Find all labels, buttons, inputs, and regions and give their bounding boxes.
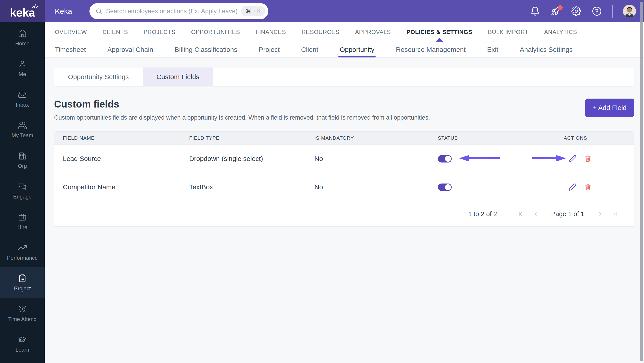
tab-opportunity-settings[interactable]: Opportunity Settings [54, 67, 143, 86]
sub-nav-project[interactable]: Project [259, 42, 280, 57]
module-nav-resources[interactable]: RESOURCES [302, 22, 340, 41]
sidebar-item-org[interactable]: Org [0, 145, 45, 175]
previous-page-icon[interactable] [532, 211, 539, 217]
sub-nav: Timesheet Approval Chain Billing Classif… [45, 42, 644, 58]
page-description: Custom opportunities fields are displaye… [54, 114, 430, 121]
sub-nav-timesheet[interactable]: Timesheet [55, 42, 86, 57]
sidebar-item-time-attend[interactable]: Time Attend [0, 298, 45, 329]
user-icon [18, 59, 27, 68]
toggle-knob [445, 156, 451, 162]
keka-logo[interactable]: keka [0, 0, 45, 22]
graduation-cap-icon [18, 335, 27, 344]
column-field-type: FIELD TYPE [189, 135, 314, 141]
table-header: FIELD NAME FIELD TYPE IS MANDATORY STATU… [54, 132, 634, 144]
tab-custom-fields[interactable]: Custom Fields [143, 67, 213, 86]
module-nav: OVERVIEW CLIENTS PROJECTS OPPORTUNITIES … [45, 22, 644, 42]
module-nav-clients[interactable]: CLIENTS [103, 22, 128, 41]
last-page-icon[interactable] [612, 211, 618, 217]
search-shortcut-badge: ⌘ + K [241, 6, 265, 16]
first-page-icon[interactable] [517, 211, 524, 217]
top-bar-actions [530, 0, 636, 22]
scrollbar[interactable] [640, 2, 643, 361]
add-field-button[interactable]: + Add Field [585, 99, 634, 117]
field-type-cell: TextBox [189, 183, 314, 191]
column-actions: ACTIONS [564, 135, 634, 141]
search-input[interactable] [106, 7, 241, 15]
global-search[interactable]: ⌘ + K [90, 3, 268, 19]
sub-nav-exit[interactable]: Exit [487, 42, 498, 57]
sidebar-item-inbox[interactable]: Inbox [0, 84, 45, 114]
notifications-bell-icon[interactable] [530, 6, 540, 16]
pagination-page-label: Page 1 of 1 [551, 210, 584, 218]
module-nav-finances[interactable]: FINANCES [256, 22, 286, 41]
module-nav-bulk-import[interactable]: BULK IMPORT [488, 22, 528, 41]
sub-nav-analytics-settings[interactable]: Analytics Settings [520, 42, 573, 57]
clipboard-list-icon [18, 274, 27, 283]
alarm-clock-icon [18, 305, 27, 313]
sidebar-item-project[interactable]: Project [0, 267, 45, 298]
search-icon [95, 7, 102, 15]
field-type-cell: Dropdown (single select) [189, 155, 314, 162]
delete-trash-icon[interactable] [584, 155, 592, 162]
toggle-knob [445, 184, 451, 190]
sidebar-item-me[interactable]: Me [0, 53, 45, 84]
is-mandatory-cell: No [314, 155, 438, 162]
next-page-icon[interactable] [597, 211, 603, 217]
sub-nav-client[interactable]: Client [301, 42, 318, 57]
briefcase-icon [18, 213, 27, 222]
sidebar-item-learn[interactable]: Learn [0, 329, 45, 359]
sidebar-item-engage[interactable]: Engage [0, 175, 45, 206]
active-module-caret [436, 38, 443, 41]
settings-gear-icon[interactable] [571, 6, 582, 16]
module-nav-overview[interactable]: OVERVIEW [55, 22, 87, 41]
trending-up-icon [18, 243, 27, 252]
edit-pencil-icon[interactable] [568, 155, 576, 163]
module-nav-projects[interactable]: PROJECTS [144, 22, 176, 41]
pagination-range: 1 to 2 of 2 [468, 210, 497, 218]
top-bar-divider [612, 5, 613, 18]
users-icon [18, 121, 27, 130]
sub-nav-opportunity[interactable]: Opportunity [340, 42, 374, 57]
module-nav-approvals[interactable]: APPROVALS [355, 22, 391, 41]
sub-nav-billing-classifications[interactable]: Billing Classifications [175, 42, 237, 57]
tabs-card: Opportunity Settings Custom Fields [54, 67, 634, 86]
column-field-name: FIELD NAME [63, 135, 189, 141]
notification-dot [558, 5, 562, 10]
field-name-cell: Lead Source [63, 155, 189, 162]
sidebar-item-my-team[interactable]: My Team [0, 114, 45, 145]
user-avatar[interactable] [623, 5, 636, 18]
pagination-bar: 1 to 2 of 2 Page 1 of 1 [54, 201, 634, 226]
sidebar: Home Me Inbox My Team [0, 22, 45, 363]
status-toggle-on[interactable] [438, 184, 452, 191]
chat-bubbles-icon [18, 182, 27, 191]
sidebar-item-performance[interactable]: Performance [0, 237, 45, 267]
delete-trash-icon[interactable] [584, 183, 592, 191]
main-area: OVERVIEW CLIENTS PROJECTS OPPORTUNITIES … [45, 22, 644, 363]
status-toggle-on[interactable] [438, 155, 452, 162]
sub-nav-resource-management[interactable]: Resource Management [396, 42, 466, 57]
column-status: STATUS [438, 135, 564, 141]
table-row: Competitor Name TextBox No [54, 173, 634, 201]
app-root: keka Keka ⌘ + K [0, 0, 644, 363]
top-bar: keka Keka ⌘ + K [0, 0, 644, 22]
page-head: Custom fields Custom opportunities field… [54, 99, 634, 121]
logo-spark-icon [31, 3, 39, 8]
sub-nav-approval-chain[interactable]: Approval Chain [107, 42, 153, 57]
building-icon [18, 151, 27, 160]
sidebar-item-home[interactable]: Home [0, 22, 45, 53]
page-title: Custom fields [54, 99, 430, 110]
is-mandatory-cell: No [314, 183, 438, 191]
module-nav-analytics[interactable]: ANALYTICS [544, 22, 577, 41]
custom-fields-table: FIELD NAME FIELD TYPE IS MANDATORY STATU… [54, 131, 634, 227]
field-name-cell: Competitor Name [63, 183, 189, 191]
inbox-tray-icon [18, 90, 27, 99]
module-nav-policies-settings[interactable]: POLICIES & SETTINGS [406, 22, 472, 41]
help-icon[interactable] [592, 6, 602, 16]
edit-pencil-icon[interactable] [568, 183, 576, 191]
column-is-mandatory: IS MANDATORY [314, 135, 438, 141]
home-icon [18, 29, 27, 38]
whats-new-rocket-icon[interactable] [550, 6, 561, 16]
active-tab-underline [338, 56, 376, 57]
sidebar-item-hire[interactable]: Hire [0, 206, 45, 237]
module-nav-opportunities[interactable]: OPPORTUNITIES [191, 22, 240, 41]
